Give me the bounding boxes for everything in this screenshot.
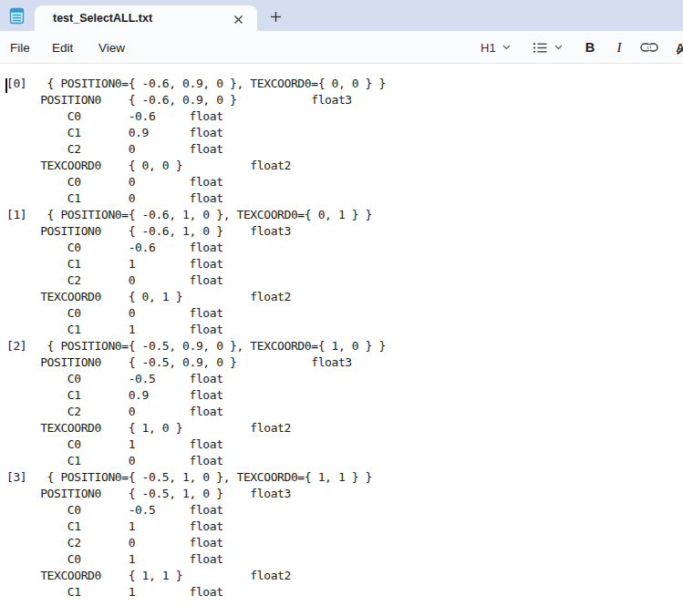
chevron-down-icon [554, 45, 563, 50]
bullet-list-icon [533, 42, 548, 54]
list-dropdown[interactable] [527, 36, 568, 59]
heading-label: H1 [481, 41, 496, 55]
chevron-down-icon [502, 45, 511, 50]
notepad-icon [9, 7, 25, 25]
menu-view[interactable]: View [88, 36, 135, 59]
link-icon [640, 42, 658, 53]
menu-file[interactable]: File [0, 36, 40, 59]
clear-formatting-icon: A [676, 41, 683, 55]
tab-title: test_SelectALL.txt [53, 12, 152, 25]
link-button[interactable] [636, 36, 663, 59]
menu-edit[interactable]: Edit [42, 36, 83, 59]
titlebar: test_SelectALL.txt [0, 0, 683, 31]
command-bar: File Edit View H1 B I [0, 31, 683, 64]
text-caret [5, 78, 7, 93]
clear-formatting-button[interactable]: A [667, 36, 683, 59]
italic-button[interactable]: I [607, 36, 631, 59]
editor-text: [0] { POSITION0={ -0.6, 0.9, 0 }, TEXCOO… [0, 65, 683, 601]
tab-test-selectall[interactable]: test_SelectALL.txt [34, 5, 258, 31]
text-editor-area[interactable]: [0] { POSITION0={ -0.6, 0.9, 0 }, TEXCOO… [0, 65, 683, 616]
bold-button[interactable]: B [578, 36, 602, 59]
close-icon[interactable] [230, 11, 246, 27]
notepad-window: test_SelectALL.txt File Edit View H1 [0, 0, 683, 616]
heading-dropdown[interactable]: H1 [475, 36, 516, 59]
plus-icon[interactable] [265, 6, 285, 26]
